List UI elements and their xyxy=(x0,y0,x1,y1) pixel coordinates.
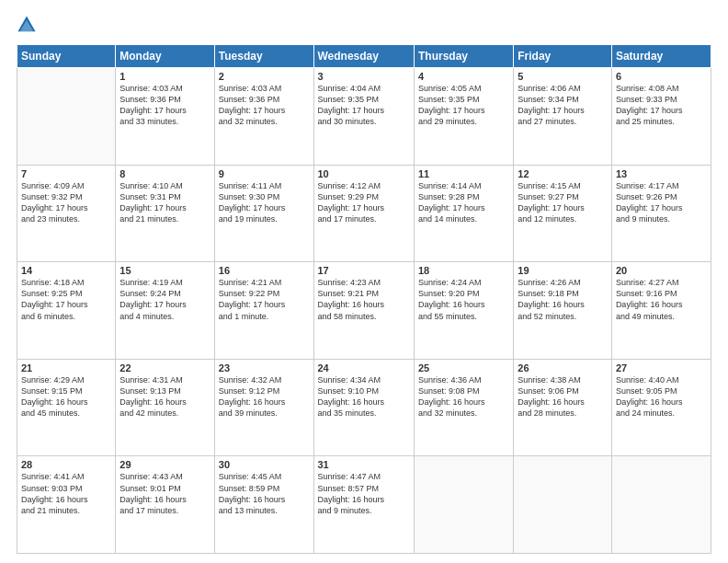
day-info: Sunrise: 4:21 AM Sunset: 9:22 PM Dayligh… xyxy=(219,278,286,320)
day-cell: 22Sunrise: 4:31 AM Sunset: 9:13 PM Dayli… xyxy=(116,359,214,456)
day-info: Sunrise: 4:19 AM Sunset: 9:24 PM Dayligh… xyxy=(119,278,187,320)
day-cell: 2Sunrise: 4:03 AM Sunset: 9:36 PM Daylig… xyxy=(214,68,313,166)
day-number: 26 xyxy=(518,362,608,373)
day-info: Sunrise: 4:38 AM Sunset: 9:06 PM Dayligh… xyxy=(518,375,585,418)
day-cell: 30Sunrise: 4:45 AM Sunset: 8:59 PM Dayli… xyxy=(214,456,313,554)
day-info: Sunrise: 4:06 AM Sunset: 9:34 PM Dayligh… xyxy=(518,84,585,126)
week-row-2: 7Sunrise: 4:09 AM Sunset: 9:32 PM Daylig… xyxy=(17,165,711,262)
weekday-header-wednesday: Wednesday xyxy=(313,45,414,68)
week-row-4: 21Sunrise: 4:29 AM Sunset: 9:15 PM Dayli… xyxy=(17,359,711,456)
weekday-header-saturday: Saturday xyxy=(611,45,711,68)
day-cell: 1Sunrise: 4:03 AM Sunset: 9:36 PM Daylig… xyxy=(116,68,214,166)
day-cell: 18Sunrise: 4:24 AM Sunset: 9:20 PM Dayli… xyxy=(414,262,513,360)
day-number: 29 xyxy=(119,459,210,470)
day-info: Sunrise: 4:14 AM Sunset: 9:28 PM Dayligh… xyxy=(418,181,485,224)
day-info: Sunrise: 4:11 AM Sunset: 9:30 PM Dayligh… xyxy=(219,181,286,224)
day-info: Sunrise: 4:36 AM Sunset: 9:08 PM Dayligh… xyxy=(418,375,485,418)
day-cell: 7Sunrise: 4:09 AM Sunset: 9:32 PM Daylig… xyxy=(17,165,116,262)
day-info: Sunrise: 4:08 AM Sunset: 9:33 PM Dayligh… xyxy=(616,84,683,126)
day-number: 23 xyxy=(219,362,310,373)
day-info: Sunrise: 4:12 AM Sunset: 9:29 PM Dayligh… xyxy=(318,181,385,224)
day-number: 12 xyxy=(518,168,608,179)
day-number: 2 xyxy=(219,71,310,82)
day-cell: 3Sunrise: 4:04 AM Sunset: 9:35 PM Daylig… xyxy=(313,68,414,166)
day-cell: 8Sunrise: 4:10 AM Sunset: 9:31 PM Daylig… xyxy=(116,165,214,262)
day-number: 30 xyxy=(219,459,310,470)
day-cell: 27Sunrise: 4:40 AM Sunset: 9:05 PM Dayli… xyxy=(611,359,711,456)
weekday-header-row: SundayMondayTuesdayWednesdayThursdayFrid… xyxy=(17,45,711,68)
day-number: 3 xyxy=(318,71,410,82)
day-number: 9 xyxy=(219,168,310,179)
day-cell xyxy=(17,68,116,166)
day-number: 5 xyxy=(518,71,608,82)
day-info: Sunrise: 4:34 AM Sunset: 9:10 PM Dayligh… xyxy=(318,375,385,418)
day-cell xyxy=(514,456,612,554)
day-info: Sunrise: 4:24 AM Sunset: 9:20 PM Dayligh… xyxy=(418,278,485,320)
day-info: Sunrise: 4:41 AM Sunset: 9:03 PM Dayligh… xyxy=(21,472,88,514)
day-number: 25 xyxy=(418,362,509,373)
day-number: 8 xyxy=(119,168,210,179)
day-cell: 10Sunrise: 4:12 AM Sunset: 9:29 PM Dayli… xyxy=(313,165,414,262)
day-cell: 9Sunrise: 4:11 AM Sunset: 9:30 PM Daylig… xyxy=(214,165,313,262)
day-info: Sunrise: 4:18 AM Sunset: 9:25 PM Dayligh… xyxy=(21,278,88,320)
day-number: 27 xyxy=(616,362,707,373)
day-info: Sunrise: 4:03 AM Sunset: 9:36 PM Dayligh… xyxy=(219,84,286,126)
weekday-header-sunday: Sunday xyxy=(17,45,116,68)
weekday-header-thursday: Thursday xyxy=(414,45,513,68)
day-cell: 13Sunrise: 4:17 AM Sunset: 9:26 PM Dayli… xyxy=(611,165,711,262)
calendar: SundayMondayTuesdayWednesdayThursdayFrid… xyxy=(17,44,711,554)
day-cell xyxy=(414,456,513,554)
day-cell: 21Sunrise: 4:29 AM Sunset: 9:15 PM Dayli… xyxy=(17,359,116,456)
header xyxy=(17,15,711,35)
day-info: Sunrise: 4:15 AM Sunset: 9:27 PM Dayligh… xyxy=(518,181,585,224)
day-info: Sunrise: 4:10 AM Sunset: 9:31 PM Dayligh… xyxy=(119,181,187,224)
day-info: Sunrise: 4:05 AM Sunset: 9:35 PM Dayligh… xyxy=(418,84,485,126)
day-number: 31 xyxy=(318,459,410,470)
day-cell: 19Sunrise: 4:26 AM Sunset: 9:18 PM Dayli… xyxy=(514,262,612,360)
day-number: 7 xyxy=(21,168,111,179)
day-number: 4 xyxy=(418,71,509,82)
day-info: Sunrise: 4:45 AM Sunset: 8:59 PM Dayligh… xyxy=(219,472,286,514)
day-info: Sunrise: 4:29 AM Sunset: 9:15 PM Dayligh… xyxy=(21,375,88,418)
day-number: 28 xyxy=(21,459,111,470)
day-cell: 25Sunrise: 4:36 AM Sunset: 9:08 PM Dayli… xyxy=(414,359,513,456)
logo-icon xyxy=(17,15,37,35)
day-cell: 14Sunrise: 4:18 AM Sunset: 9:25 PM Dayli… xyxy=(17,262,116,360)
day-number: 14 xyxy=(21,265,111,276)
day-info: Sunrise: 4:27 AM Sunset: 9:16 PM Dayligh… xyxy=(616,278,683,320)
day-cell: 4Sunrise: 4:05 AM Sunset: 9:35 PM Daylig… xyxy=(414,68,513,166)
day-cell: 6Sunrise: 4:08 AM Sunset: 9:33 PM Daylig… xyxy=(611,68,711,166)
day-info: Sunrise: 4:43 AM Sunset: 9:01 PM Dayligh… xyxy=(119,472,187,514)
day-number: 20 xyxy=(616,265,707,276)
day-info: Sunrise: 4:31 AM Sunset: 9:13 PM Dayligh… xyxy=(119,375,187,418)
weekday-header-monday: Monday xyxy=(116,45,214,68)
day-cell: 15Sunrise: 4:19 AM Sunset: 9:24 PM Dayli… xyxy=(116,262,214,360)
day-number: 17 xyxy=(318,265,410,276)
day-cell: 26Sunrise: 4:38 AM Sunset: 9:06 PM Dayli… xyxy=(514,359,612,456)
day-cell: 28Sunrise: 4:41 AM Sunset: 9:03 PM Dayli… xyxy=(17,456,116,554)
day-number: 16 xyxy=(219,265,310,276)
day-cell: 16Sunrise: 4:21 AM Sunset: 9:22 PM Dayli… xyxy=(214,262,313,360)
day-number: 18 xyxy=(418,265,509,276)
day-cell: 17Sunrise: 4:23 AM Sunset: 9:21 PM Dayli… xyxy=(313,262,414,360)
week-row-1: 1Sunrise: 4:03 AM Sunset: 9:36 PM Daylig… xyxy=(17,68,711,166)
day-number: 15 xyxy=(119,265,210,276)
day-cell: 20Sunrise: 4:27 AM Sunset: 9:16 PM Dayli… xyxy=(611,262,711,360)
page: SundayMondayTuesdayWednesdayThursdayFrid… xyxy=(0,0,728,563)
day-info: Sunrise: 4:03 AM Sunset: 9:36 PM Dayligh… xyxy=(119,84,187,126)
day-number: 10 xyxy=(318,168,410,179)
day-cell: 24Sunrise: 4:34 AM Sunset: 9:10 PM Dayli… xyxy=(313,359,414,456)
day-cell: 11Sunrise: 4:14 AM Sunset: 9:28 PM Dayli… xyxy=(414,165,513,262)
day-info: Sunrise: 4:04 AM Sunset: 9:35 PM Dayligh… xyxy=(318,84,385,126)
week-row-5: 28Sunrise: 4:41 AM Sunset: 9:03 PM Dayli… xyxy=(17,456,711,554)
day-info: Sunrise: 4:26 AM Sunset: 9:18 PM Dayligh… xyxy=(518,278,585,320)
day-info: Sunrise: 4:47 AM Sunset: 8:57 PM Dayligh… xyxy=(318,472,385,514)
day-number: 19 xyxy=(518,265,608,276)
day-cell: 31Sunrise: 4:47 AM Sunset: 8:57 PM Dayli… xyxy=(313,456,414,554)
day-number: 1 xyxy=(119,71,210,82)
day-cell: 12Sunrise: 4:15 AM Sunset: 9:27 PM Dayli… xyxy=(514,165,612,262)
day-number: 6 xyxy=(616,71,707,82)
day-info: Sunrise: 4:40 AM Sunset: 9:05 PM Dayligh… xyxy=(616,375,683,418)
day-info: Sunrise: 4:17 AM Sunset: 9:26 PM Dayligh… xyxy=(616,181,683,224)
logo xyxy=(17,15,39,35)
